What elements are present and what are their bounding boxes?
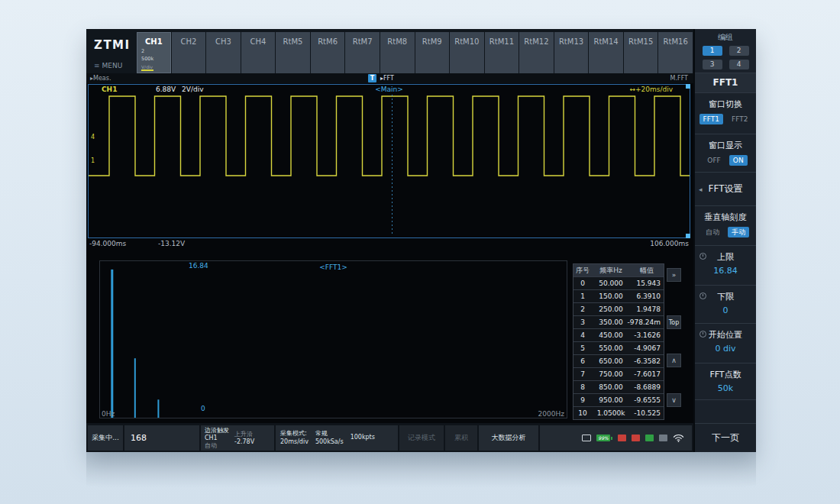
group-button-4[interactable]: 4 <box>729 60 749 69</box>
scale-auto-option[interactable]: 自动 <box>702 227 723 237</box>
menu-button[interactable]: ≡ MENU <box>94 62 122 69</box>
fft-plot-window[interactable]: 16.84 <FFT1> 0 0Hz 2000Hz <box>99 260 567 418</box>
table-row[interactable]: 7750.00-7.6017 <box>573 367 664 380</box>
tab-rtm12[interactable]: RtM12 <box>519 32 554 73</box>
table-cell: -8.6889 <box>630 381 664 393</box>
fft-marker-label[interactable]: ▸FFT <box>380 75 394 82</box>
tab-rtm9[interactable]: RtM9 <box>415 32 450 73</box>
group-button-2[interactable]: 2 <box>729 46 749 56</box>
channel4-position-marker[interactable]: 4 <box>91 134 95 141</box>
table-cell: 4 <box>573 329 592 341</box>
knob-icon <box>699 331 706 338</box>
table-cell: 0 <box>573 277 592 289</box>
tab-ch1[interactable]: CH12500kV/div <box>137 32 171 73</box>
tab-rtm15[interactable]: RtM15 <box>624 32 658 73</box>
voltage-bottom-label: -13.12V <box>158 240 185 247</box>
window-option-fft1[interactable]: FFT1 <box>699 114 723 124</box>
table-row[interactable]: 6650.00-6.3582 <box>573 354 664 367</box>
fft-points-section[interactable]: FFT点数 50k <box>695 363 756 400</box>
tab-rtm8[interactable]: RtM8 <box>380 32 415 73</box>
window-display-section: 窗口显示 OFF ON <box>695 134 756 173</box>
upper-limit-section[interactable]: 上限 16.84 <box>695 246 756 286</box>
scope-main-column: ZTMI ≡ MENU CH12500kV/divCH2CH3CH4RtM5Rt… <box>86 29 693 452</box>
group-button-1[interactable]: 1 <box>703 46 722 56</box>
table-row[interactable]: 101.0500k-10.525 <box>573 406 664 419</box>
lower-limit-section[interactable]: 下限 0 <box>695 286 756 324</box>
display-off-option[interactable]: OFF <box>703 155 724 166</box>
table-row[interactable]: 1150.006.3910 <box>573 289 664 302</box>
screenshot-icon[interactable] <box>582 435 591 441</box>
table-row[interactable]: 050.00015.943 <box>573 276 664 289</box>
table-cell: 10 <box>573 407 592 419</box>
tab-rtm16[interactable]: RtM16 <box>658 32 693 73</box>
tab-label: RtM14 <box>589 37 623 46</box>
display-on-option[interactable]: ON <box>729 155 748 166</box>
mouse-icon[interactable] <box>659 435 667 441</box>
tab-ch4[interactable]: CH4 <box>241 32 276 73</box>
knob-icon <box>699 292 706 299</box>
scale-manual-option[interactable]: 手动 <box>728 227 749 237</box>
table-cell: 15.943 <box>630 277 664 289</box>
fft-table-scrollbar: » Top ∧ ∨ <box>666 263 682 419</box>
tab-ch2[interactable]: CH2 <box>172 32 206 73</box>
tab-rtm14[interactable]: RtM14 <box>589 32 623 73</box>
scope-screen: ▸Meas. T ▸FFT M.FFT CH1 6.88V 2V/div <Ma… <box>86 73 693 423</box>
lan-icon[interactable] <box>645 435 654 441</box>
tab-label: CH1 <box>137 37 171 46</box>
wifi-icon[interactable] <box>673 434 684 442</box>
table-cell: -7.6017 <box>630 368 664 380</box>
table-row[interactable]: 2250.001.9478 <box>573 302 664 315</box>
brand-logo: ZTMI <box>94 38 137 52</box>
window-corner-marker <box>686 234 690 238</box>
table-cell: 6.3910 <box>630 290 664 302</box>
fft-settings-item[interactable]: ◂ FFT设置 <box>695 173 756 206</box>
channel1-position-marker[interactable]: 1 <box>91 157 95 164</box>
table-cell: 8 <box>573 381 592 393</box>
fft-zero-label: 0 <box>201 405 205 412</box>
accumulate-button[interactable]: 累积 <box>445 425 477 451</box>
tab-label: RtM12 <box>519 37 554 46</box>
tab-ch3[interactable]: CH3 <box>206 32 241 73</box>
group-button-3[interactable]: 3 <box>703 60 722 69</box>
table-scroll-down-button[interactable]: ∨ <box>667 393 681 407</box>
table-cell: 150.00 <box>592 290 630 302</box>
status-bar: 采集中... 168 边沿触发 CH1 自动 上升沿 -2.78V 采集模式: … <box>86 423 693 452</box>
table-row[interactable]: 9950.00-9.6555 <box>573 393 664 406</box>
tab-rtm6[interactable]: RtM6 <box>311 32 345 73</box>
table-scroll-up-button[interactable]: ∧ <box>667 354 681 367</box>
tab-rtm13[interactable]: RtM13 <box>554 32 589 73</box>
main-waveform-window[interactable]: CH1 6.88V 2V/div <Main> ↔+20ms/div 4 1 <box>88 84 690 238</box>
start-position-section[interactable]: 开始位置 0 div <box>695 324 756 363</box>
table-page-jump-button[interactable]: » <box>667 268 681 282</box>
usb-device-icon[interactable] <box>618 435 626 441</box>
tab-rtm11[interactable]: RtM11 <box>485 32 519 73</box>
window-option-fft2[interactable]: FFT2 <box>728 114 751 124</box>
window-display-label: 窗口显示 <box>695 134 756 151</box>
table-row[interactable]: 5550.00-4.9067 <box>573 341 664 354</box>
tab-rtm10[interactable]: RtM10 <box>450 32 484 73</box>
tab-label: RtM10 <box>450 37 484 46</box>
grouping-label: 编组 <box>695 32 756 43</box>
device-reflection <box>86 452 756 487</box>
big-data-analysis-button[interactable]: 大数据分析 <box>479 425 538 451</box>
trigger-flag-icon[interactable]: T <box>368 74 376 82</box>
tab-rtm7[interactable]: RtM7 <box>345 32 380 73</box>
table-cell: 6 <box>573 355 592 367</box>
acquire-mode-block[interactable]: 采集模式: 20ms/div 常规 500kSa/s 100kpts <box>276 425 398 451</box>
table-top-button[interactable]: Top <box>667 315 681 329</box>
sd-card-icon[interactable] <box>632 435 640 441</box>
table-row[interactable]: 8850.00-8.6889 <box>573 380 664 393</box>
next-page-button[interactable]: 下一页 <box>695 423 756 452</box>
tab-label: RtM16 <box>658 37 693 46</box>
table-cell: 550.00 <box>592 342 630 354</box>
tab-rtm5[interactable]: RtM5 <box>276 32 310 73</box>
record-mode-button[interactable]: 记录模式 <box>399 425 444 451</box>
trigger-status-block[interactable]: 边沿触发 CH1 自动 上升沿 -2.78V <box>201 425 274 451</box>
oscilloscope-frame: ZTMI ≡ MENU CH12500kV/divCH2CH3CH4RtM5Rt… <box>86 29 756 452</box>
tab-label: CH3 <box>206 37 241 46</box>
fft-points-label: FFT点数 <box>695 363 756 380</box>
table-row[interactable]: 4450.00-3.1626 <box>573 328 664 341</box>
table-row[interactable]: 3350.00-978.24m <box>573 315 664 328</box>
grouping-section: 编组 1234 <box>695 29 756 73</box>
meas-label[interactable]: ▸Meas. <box>90 75 111 82</box>
